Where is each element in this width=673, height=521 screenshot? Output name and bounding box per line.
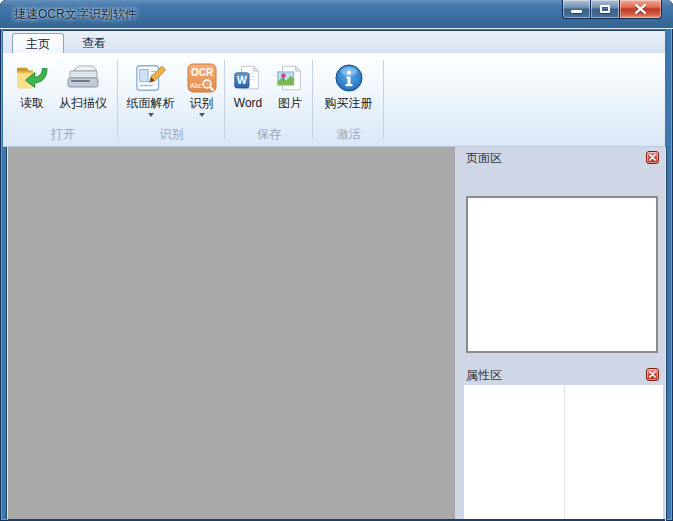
maximize-button[interactable] bbox=[591, 0, 620, 19]
close-icon bbox=[649, 154, 656, 161]
close-icon bbox=[649, 371, 656, 378]
recognize-button[interactable]: OCR Abc 识别 bbox=[182, 58, 222, 117]
property-area-panel-header: 属性区 bbox=[455, 364, 665, 385]
ribbon-tabstrip: 主页 查看 bbox=[3, 30, 665, 53]
property-area-title: 属性区 bbox=[466, 368, 502, 382]
save-picture-button[interactable]: 图片 bbox=[270, 58, 310, 110]
group-label-save: 保存 bbox=[225, 126, 313, 146]
svg-text:OCR: OCR bbox=[190, 67, 213, 78]
recognize-button-label: 识别 bbox=[190, 96, 214, 110]
ribbon-group-activate: 购买注册 激活 bbox=[313, 53, 384, 146]
titlebar: 捷速OCR文字识别软件 bbox=[0, 0, 673, 29]
ribbon-group-recognize: 纸面解析 OCR Abc bbox=[118, 53, 225, 146]
buy-register-button[interactable]: 购买注册 bbox=[318, 58, 380, 110]
tab-home[interactable]: 主页 bbox=[12, 33, 64, 54]
page-thumbnail-box bbox=[466, 196, 658, 353]
page-area-title: 页面区 bbox=[466, 151, 502, 165]
save-picture-button-label: 图片 bbox=[278, 96, 302, 110]
app-window: 捷速OCR文字识别软件 主页 查看 bbox=[0, 0, 673, 521]
ribbon: 读取 从扫描仪 打开 bbox=[3, 53, 665, 147]
folder-read-icon bbox=[15, 60, 49, 96]
page-analyze-icon bbox=[135, 60, 167, 96]
page-analyze-button-label: 纸面解析 bbox=[127, 96, 175, 110]
svg-text:W: W bbox=[237, 75, 247, 86]
chevron-down-icon[interactable] bbox=[199, 113, 205, 117]
ocr-icon: OCR Abc bbox=[187, 60, 217, 96]
page-analyze-button[interactable]: 纸面解析 bbox=[122, 58, 180, 117]
minimize-icon bbox=[571, 10, 582, 13]
group-label-open: 打开 bbox=[8, 126, 118, 146]
chevron-down-icon[interactable] bbox=[148, 113, 154, 117]
read-button[interactable]: 读取 bbox=[13, 58, 51, 110]
info-icon bbox=[335, 60, 363, 96]
property-grid bbox=[464, 385, 663, 521]
document-canvas bbox=[8, 147, 455, 519]
maximize-icon bbox=[600, 5, 610, 13]
dock-sidebar: 页面区 属性区 bbox=[455, 147, 665, 521]
word-doc-icon: W bbox=[233, 60, 263, 96]
close-button[interactable] bbox=[620, 0, 662, 19]
property-grid-divider bbox=[564, 385, 565, 521]
read-button-label: 读取 bbox=[20, 96, 44, 110]
svg-text:Abc: Abc bbox=[189, 82, 202, 89]
save-word-button[interactable]: W Word bbox=[228, 58, 268, 110]
window-title: 捷速OCR文字识别软件 bbox=[14, 0, 137, 29]
minimize-button[interactable] bbox=[562, 0, 591, 19]
tab-view[interactable]: 查看 bbox=[69, 33, 119, 54]
page-area-panel-header: 页面区 bbox=[455, 147, 665, 168]
window-controls bbox=[562, 0, 662, 19]
group-label-activate: 激活 bbox=[313, 126, 384, 146]
picture-icon bbox=[275, 60, 305, 96]
group-label-recognize: 识别 bbox=[118, 126, 225, 146]
scanner-icon bbox=[66, 60, 100, 96]
save-word-button-label: Word bbox=[234, 96, 262, 110]
page-area-close-button[interactable] bbox=[646, 151, 659, 164]
ribbon-group-open: 读取 从扫描仪 打开 bbox=[8, 53, 118, 146]
property-area-close-button[interactable] bbox=[646, 368, 659, 381]
close-icon bbox=[635, 4, 646, 14]
buy-register-button-label: 购买注册 bbox=[325, 96, 373, 110]
from-scanner-button-label: 从扫描仪 bbox=[59, 96, 107, 110]
from-scanner-button[interactable]: 从扫描仪 bbox=[53, 58, 113, 110]
ribbon-group-save: W Word bbox=[225, 53, 313, 146]
